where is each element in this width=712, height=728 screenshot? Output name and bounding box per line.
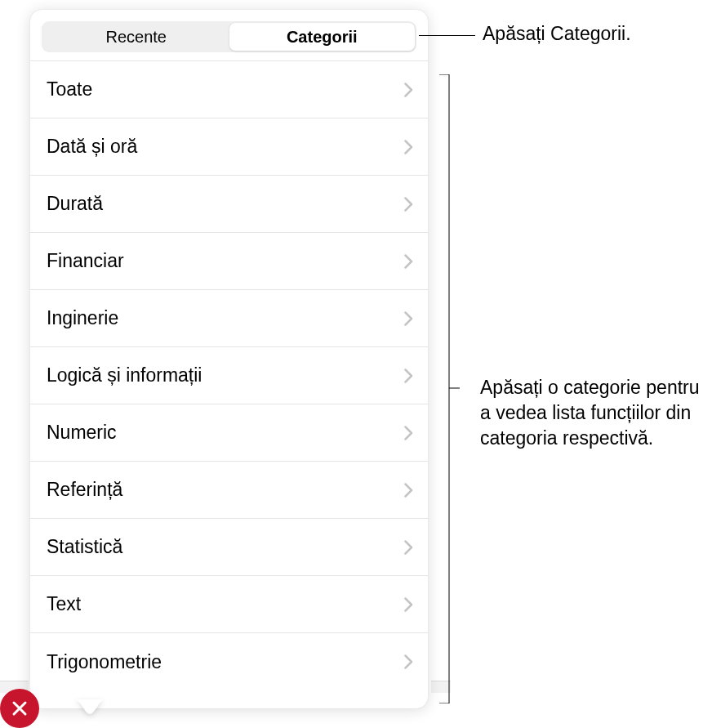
chevron-right-icon (404, 311, 413, 326)
category-label: Trigonometrie (47, 651, 162, 673)
category-label: Dată și oră (47, 136, 137, 158)
chevron-right-icon (404, 654, 413, 669)
tabs-segmented-control: Recente Categorii (42, 21, 416, 52)
category-item-numeric[interactable]: Numeric (30, 404, 428, 462)
category-item-statistic[interactable]: Statistică (30, 519, 428, 576)
callout-bracket-icon (439, 74, 460, 703)
category-label: Financiar (47, 250, 124, 272)
category-item-engineering[interactable]: Inginerie (30, 290, 428, 347)
category-item-date-time[interactable]: Dată și oră (30, 118, 428, 176)
category-item-financial[interactable]: Financiar (30, 233, 428, 290)
category-label: Logică și informații (47, 364, 202, 386)
category-label: Numeric (47, 422, 117, 444)
category-item-text[interactable]: Text (30, 576, 428, 633)
callout-text-mid: Apăsați o categorie pentru a vedea lista… (480, 375, 701, 451)
category-label: Toate (47, 78, 92, 100)
category-label: Durată (47, 193, 103, 215)
category-item-duration[interactable]: Durată (30, 176, 428, 233)
chevron-right-icon (404, 368, 413, 383)
chevron-right-icon (404, 83, 413, 97)
categories-list: Toate Dată și oră Durată Financiar Ingin… (30, 60, 428, 690)
close-icon (11, 699, 29, 717)
category-item-reference[interactable]: Referință (30, 462, 428, 519)
callout-leader-line-top (419, 35, 475, 36)
tab-categories[interactable]: Categorii (229, 23, 416, 51)
chevron-right-icon (404, 254, 413, 269)
chevron-right-icon (404, 483, 413, 498)
chevron-right-icon (404, 197, 413, 212)
chevron-right-icon (404, 140, 413, 154)
category-item-logic-info[interactable]: Logică și informații (30, 347, 428, 404)
tab-recent-label: Recente (106, 28, 167, 47)
callout-text-top: Apăsați Categorii. (483, 23, 631, 45)
chevron-right-icon (404, 426, 413, 440)
chevron-right-icon (404, 540, 413, 555)
tab-categories-label: Categorii (287, 28, 358, 47)
category-label: Statistică (47, 536, 122, 558)
popover-arrow-icon (75, 699, 105, 714)
tab-recent[interactable]: Recente (43, 23, 229, 51)
close-button[interactable] (0, 689, 39, 728)
category-item-all[interactable]: Toate (30, 61, 428, 118)
functions-panel: Recente Categorii Toate Dată și oră Dura… (30, 10, 428, 708)
chevron-right-icon (404, 597, 413, 612)
category-item-trigonometry[interactable]: Trigonometrie (30, 633, 428, 690)
category-label: Referință (47, 479, 122, 501)
category-label: Text (47, 593, 81, 615)
category-label: Inginerie (47, 307, 118, 329)
